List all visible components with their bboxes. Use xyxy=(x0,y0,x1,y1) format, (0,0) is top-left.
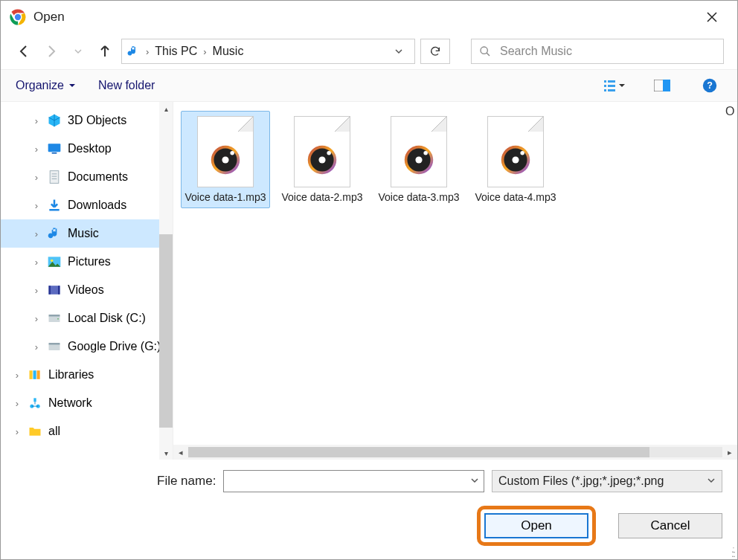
tree-scrollbar-thumb[interactable] xyxy=(159,234,173,428)
network-icon xyxy=(28,396,42,411)
navigation-tree[interactable]: ›3D Objects›Desktop›Documents›Downloads›… xyxy=(1,102,173,460)
svg-rect-33 xyxy=(33,398,36,402)
breadcrumb-sep-icon: › xyxy=(146,46,149,57)
music-disc-icon xyxy=(209,144,242,179)
nav-up-button[interactable] xyxy=(94,41,115,62)
help-button[interactable]: ? xyxy=(697,75,722,96)
svg-point-24 xyxy=(57,318,59,320)
breadcrumb-root[interactable]: This PC xyxy=(155,45,197,58)
file-type-filter[interactable]: Custom Files (*.jpg;*.jpeg;*.png xyxy=(492,470,722,492)
organize-menu[interactable]: Organize xyxy=(16,79,76,92)
search-input[interactable] xyxy=(498,44,716,59)
music-disc-icon xyxy=(402,144,435,179)
pictures-icon xyxy=(47,254,62,269)
svg-rect-14 xyxy=(48,144,61,152)
tree-item-local-disk-c[interactable]: ›Local Disk (C:) xyxy=(1,304,173,332)
filename-combobox[interactable] xyxy=(223,470,484,492)
tree-item-label: Libraries xyxy=(48,368,94,382)
breadcrumb-folder[interactable]: Music xyxy=(213,45,244,58)
scroll-left-button[interactable]: ◂ xyxy=(173,448,188,457)
tree-item-label: 3D Objects xyxy=(68,114,126,127)
chevron-right-icon[interactable]: › xyxy=(32,313,41,324)
tree-item-libraries[interactable]: ›Libraries xyxy=(1,361,173,389)
filename-label: File name: xyxy=(157,474,216,489)
cancel-button[interactable]: Cancel xyxy=(618,513,722,538)
preview-pane-button[interactable] xyxy=(649,75,675,96)
horizontal-scrollbar[interactable]: ◂ ▸ xyxy=(173,445,737,460)
tree-item-label: Pictures xyxy=(68,255,111,268)
chevron-down-icon[interactable] xyxy=(470,474,479,488)
tree-item-all[interactable]: ›all xyxy=(1,417,173,445)
tree-item-downloads[interactable]: ›Downloads xyxy=(1,191,173,219)
tree-item-3d-objects[interactable]: ›3D Objects xyxy=(1,106,173,135)
chevron-right-icon[interactable]: › xyxy=(32,144,41,155)
svg-point-19 xyxy=(51,260,53,262)
scroll-right-button[interactable]: ▸ xyxy=(722,448,737,457)
scroll-up-button[interactable]: ▴ xyxy=(159,102,173,115)
new-folder-button[interactable]: New folder xyxy=(98,79,155,92)
page-corner-icon xyxy=(238,117,253,132)
address-row: › This PC › Music xyxy=(1,33,737,69)
chevron-right-icon[interactable]: › xyxy=(13,398,22,409)
tree-item-label: Music xyxy=(68,227,99,240)
chevron-right-icon[interactable]: › xyxy=(32,200,41,211)
tree-item-pictures[interactable]: ›Pictures xyxy=(1,248,173,276)
doc-icon xyxy=(47,170,62,184)
close-button[interactable] xyxy=(696,1,728,33)
download-icon xyxy=(47,198,62,213)
svg-rect-15 xyxy=(52,152,57,154)
tree-item-google-drive-g[interactable]: ›Google Drive (G:) xyxy=(1,332,173,361)
tree-item-desktop[interactable]: ›Desktop xyxy=(1,135,173,163)
refresh-button[interactable] xyxy=(420,39,450,64)
tree-item-music[interactable]: ›Music xyxy=(1,219,173,248)
chevron-right-icon[interactable]: › xyxy=(32,172,41,183)
chevron-right-icon[interactable]: › xyxy=(32,257,41,268)
file-item[interactable]: Voice data-2.mp3 xyxy=(277,111,367,208)
recent-locations-dropdown-icon[interactable] xyxy=(68,41,89,62)
file-item[interactable]: Voice data-4.mp3 xyxy=(471,111,560,208)
svg-rect-25 xyxy=(49,315,60,317)
chevron-right-icon[interactable]: › xyxy=(32,341,41,353)
svg-point-41 xyxy=(327,151,331,155)
address-bar[interactable]: › This PC › Music xyxy=(121,39,415,64)
nav-forward-button[interactable] xyxy=(41,41,62,62)
open-button-highlight: Open xyxy=(477,506,596,546)
search-box[interactable] xyxy=(471,39,724,64)
chevron-right-icon[interactable]: › xyxy=(32,228,41,239)
svg-rect-29 xyxy=(33,370,36,379)
svg-point-45 xyxy=(423,151,428,155)
tree-item-network[interactable]: ›Network xyxy=(1,389,173,417)
tree-item-videos[interactable]: ›Videos xyxy=(1,276,173,304)
chevron-right-icon[interactable]: › xyxy=(13,370,22,381)
svg-text:?: ? xyxy=(707,80,713,91)
chevron-right-icon[interactable]: › xyxy=(32,285,41,296)
file-item[interactable]: Voice data-3.mp3 xyxy=(374,111,463,208)
chevron-right-icon[interactable]: › xyxy=(13,426,22,437)
resize-grip-icon[interactable]: .:.:: xyxy=(731,547,734,556)
view-options-button[interactable] xyxy=(602,75,627,96)
address-dropdown-icon[interactable] xyxy=(388,47,410,56)
svg-rect-9 xyxy=(608,89,615,91)
music-disc-icon xyxy=(306,144,338,179)
music-disc-icon xyxy=(499,144,532,179)
file-item[interactable]: Voice data-1.mp3 xyxy=(181,111,270,208)
scroll-down-button[interactable]: ▾ xyxy=(159,446,173,460)
svg-rect-21 xyxy=(49,286,51,295)
page-corner-icon xyxy=(528,117,543,132)
file-list-pane[interactable]: O Voice data-1.mp3 Voice data-2.mp3 Voic… xyxy=(173,102,737,460)
svg-point-49 xyxy=(520,151,524,155)
tree-scrollbar-track[interactable]: ▴ ▾ xyxy=(159,102,173,460)
tree-item-documents[interactable]: ›Documents xyxy=(1,163,173,191)
file-thumbnail xyxy=(197,116,254,187)
svg-rect-17 xyxy=(49,209,59,211)
breadcrumb-sep-icon: › xyxy=(203,46,206,57)
nav-back-button[interactable] xyxy=(14,41,35,62)
open-button[interactable]: Open xyxy=(484,513,588,538)
svg-point-36 xyxy=(222,156,228,163)
chevron-right-icon[interactable]: › xyxy=(32,115,41,126)
svg-rect-22 xyxy=(58,286,60,295)
folder-icon xyxy=(28,424,42,439)
horizontal-scrollbar-thumb[interactable] xyxy=(188,447,649,457)
svg-rect-11 xyxy=(663,80,670,91)
tree-item-label: Google Drive (G:) xyxy=(68,340,161,353)
